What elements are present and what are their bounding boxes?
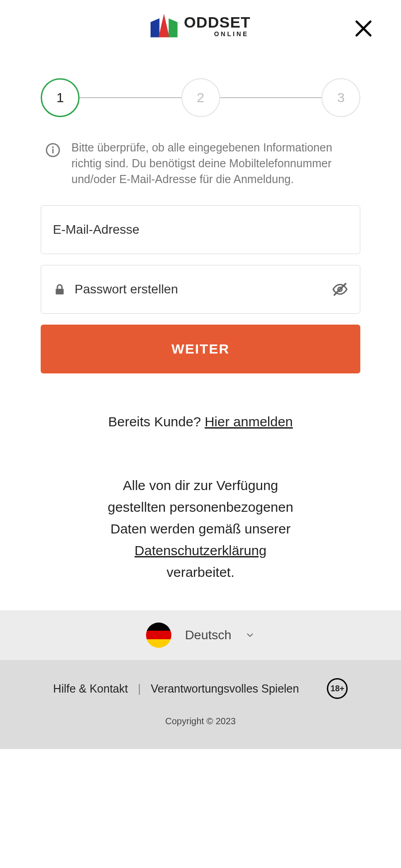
privacy-policy-link[interactable]: Datenschutzerklärung	[135, 543, 267, 558]
existing-customer-prefix: Bereits Kunde?	[108, 414, 204, 429]
info-message: Bitte überprüfe, ob alle eingegebenen In…	[0, 140, 401, 205]
step-connector	[80, 97, 181, 98]
brand-logo: ODDSET ONLINE	[151, 14, 251, 38]
footer-links: Hilfe & Kontakt | Verantwortungsvolles S…	[0, 678, 401, 699]
privacy-text-2: verarbeitet.	[166, 565, 234, 580]
brand-logo-mark	[151, 14, 178, 38]
progress-stepper: 1 2 3	[0, 47, 401, 140]
close-button[interactable]	[353, 18, 374, 39]
footer-divider: |	[138, 682, 141, 695]
brand-subtitle: ONLINE	[214, 30, 249, 38]
svg-rect-2	[52, 149, 54, 153]
continue-button[interactable]: WEITER	[41, 325, 360, 373]
lock-icon	[53, 283, 66, 296]
footer: Hilfe & Kontakt | Verantwortungsvolles S…	[0, 660, 401, 749]
header: ODDSET ONLINE	[0, 0, 401, 47]
step-3: 3	[321, 78, 360, 117]
close-icon	[353, 18, 374, 39]
email-field[interactable]	[53, 222, 348, 237]
step-2: 2	[181, 78, 220, 117]
password-field-wrapper	[41, 265, 360, 314]
email-field-wrapper	[41, 205, 360, 254]
privacy-paragraph: Alle von dir zur Verfügung gestellten pe…	[104, 475, 298, 583]
svg-rect-3	[56, 289, 64, 295]
password-field[interactable]	[75, 282, 324, 297]
signup-form: WEITER	[0, 205, 401, 373]
responsible-gaming-link[interactable]: Verantwortungsvolles Spielen	[151, 682, 299, 695]
help-contact-link[interactable]: Hilfe & Kontakt	[53, 682, 128, 695]
existing-customer-line: Bereits Kunde? Hier anmelden	[0, 414, 401, 429]
svg-point-1	[52, 146, 54, 148]
eye-off-icon	[332, 281, 348, 297]
privacy-text-1: Alle von dir zur Verfügung gestellten pe…	[108, 478, 293, 536]
copyright-text: Copyright © 2023	[0, 716, 401, 726]
language-selector[interactable]: Deutsch	[0, 610, 401, 660]
chevron-down-icon	[245, 630, 255, 640]
toggle-password-visibility[interactable]	[332, 281, 348, 297]
info-icon	[45, 142, 61, 158]
brand-name: ODDSET	[184, 14, 251, 31]
age-18-badge: 18+	[327, 678, 348, 699]
step-1: 1	[41, 78, 80, 117]
step-connector	[220, 97, 322, 98]
login-link[interactable]: Hier anmelden	[205, 414, 293, 429]
info-text: Bitte überprüfe, ob alle eingegebenen In…	[71, 140, 356, 187]
flag-germany-icon	[146, 623, 171, 648]
language-label: Deutsch	[185, 628, 231, 642]
